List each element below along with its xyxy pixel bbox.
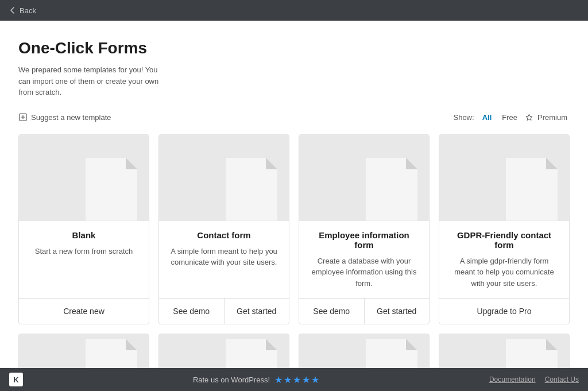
form-shape-job <box>506 339 558 368</box>
filter-premium-wrapper: Premium <box>525 112 570 123</box>
template-desc-employee: Create a database with your employee inf… <box>308 255 420 289</box>
gdpr-upgrade-button[interactable]: Upgrade to Pro <box>439 299 569 324</box>
star-5: ★ <box>311 374 319 385</box>
documentation-link[interactable]: Documentation <box>489 375 536 384</box>
template-actions-contact: See demo Get started <box>159 298 289 324</box>
suggest-template-link[interactable]: Suggest a new template <box>18 113 111 122</box>
contact-get-started-button[interactable]: Get started <box>224 299 289 324</box>
template-card-appointment: Appointment form <box>18 334 149 368</box>
form-shape-gdpr <box>506 158 558 221</box>
template-name-blank: Blank <box>28 230 140 240</box>
employee-get-started-button[interactable]: Get started <box>364 299 430 324</box>
employee-see-demo-button[interactable]: See demo <box>299 299 364 324</box>
rate-us-section: Rate us on WordPress! ★ ★ ★ ★ ★ <box>193 374 319 385</box>
form-shape-art <box>366 339 417 368</box>
form-shape-blank <box>86 158 137 221</box>
form-shape-contact <box>226 158 277 221</box>
main-content: One-Click Forms We prepared some templat… <box>0 21 588 368</box>
rate-us-label: Rate us on WordPress! <box>193 375 270 384</box>
show-label: Show: <box>453 113 474 122</box>
template-preview-feedback: Customer feedback form <box>159 334 289 368</box>
show-filters: Show: All Free Premium <box>453 112 570 123</box>
template-actions-gdpr: Upgrade to Pro <box>439 298 569 324</box>
star-rating[interactable]: ★ ★ ★ ★ ★ <box>274 374 319 385</box>
template-body-contact: Contact form A simple form meant to help… <box>159 221 289 299</box>
top-bar: Back <box>0 0 588 21</box>
template-body-employee: Employee information form Create a datab… <box>299 221 429 299</box>
template-body-gdpr: GDPR-Friendly contact form A simple gdpr… <box>439 221 569 299</box>
template-preview-contact <box>159 135 289 221</box>
star-icon <box>525 114 533 121</box>
contact-see-demo-button[interactable]: See demo <box>159 299 224 324</box>
suggest-icon <box>18 113 28 122</box>
template-name-contact: Contact form <box>168 230 280 240</box>
form-shape-feedback <box>226 339 277 368</box>
back-arrow-icon <box>9 7 16 14</box>
template-card-contact: Contact form A simple form meant to help… <box>158 134 289 325</box>
toolbar: Suggest a new template Show: All Free Pr… <box>18 112 570 123</box>
template-desc-blank: Start a new form from scratch <box>28 246 140 289</box>
template-name-employee: Employee information form <box>308 230 420 250</box>
suggest-label: Suggest a new template <box>31 113 111 122</box>
template-actions-employee: See demo Get started <box>299 298 429 324</box>
template-preview-employee <box>299 135 429 221</box>
back-label: Back <box>20 6 36 15</box>
contact-us-link[interactable]: Contact Us <box>545 375 579 384</box>
template-name-gdpr: GDPR-Friendly contact form <box>448 230 560 250</box>
template-body-blank: Blank Start a new form from scratch <box>19 221 149 299</box>
template-preview-art: Art contest <box>299 334 429 368</box>
template-desc-contact: A simple form meant to help you comunica… <box>168 246 280 289</box>
filter-free-button[interactable]: Free <box>500 112 520 123</box>
filter-all-button[interactable]: All <box>480 112 494 123</box>
template-desc-gdpr: A simple gdpr-friendly form meant to hel… <box>448 255 560 289</box>
template-card-feedback: Customer feedback form <box>158 334 289 368</box>
page-subtitle: We prepared some templates for you! You … <box>18 64 168 98</box>
filter-premium-button[interactable]: Premium <box>535 112 570 123</box>
star-3: ★ <box>293 374 301 385</box>
star-4: ★ <box>302 374 310 385</box>
template-card-employee: Employee information form Create a datab… <box>299 134 430 325</box>
back-button[interactable]: Back <box>9 6 36 15</box>
k-logo: K <box>9 373 23 386</box>
template-preview-appointment: Appointment form <box>19 334 149 368</box>
template-preview-job: Job application <box>439 334 569 368</box>
bottom-bar: K Rate us on WordPress! ★ ★ ★ ★ ★ Docume… <box>0 368 588 391</box>
star-1: ★ <box>274 374 283 385</box>
template-card-blank: Blank Start a new form from scratch Crea… <box>18 134 149 325</box>
templates-grid: Blank Start a new form from scratch Crea… <box>18 134 570 325</box>
form-shape-employee <box>366 158 417 221</box>
partial-templates-grid: Appointment form Customer feedback form … <box>18 334 570 368</box>
create-new-button[interactable]: Create new <box>19 299 149 324</box>
star-2: ★ <box>284 374 292 385</box>
form-shape-appointment <box>86 339 137 368</box>
template-card-gdpr: GDPR-Friendly contact form A simple gdpr… <box>439 134 570 325</box>
bottom-links: Documentation Contact Us <box>489 375 579 384</box>
template-card-job: Job application <box>439 334 570 368</box>
template-preview-gdpr <box>439 135 569 221</box>
template-actions-blank: Create new <box>19 298 149 324</box>
template-preview-blank <box>19 135 149 221</box>
template-card-art: Art contest <box>299 334 430 368</box>
page-title: One-Click Forms <box>18 39 570 57</box>
